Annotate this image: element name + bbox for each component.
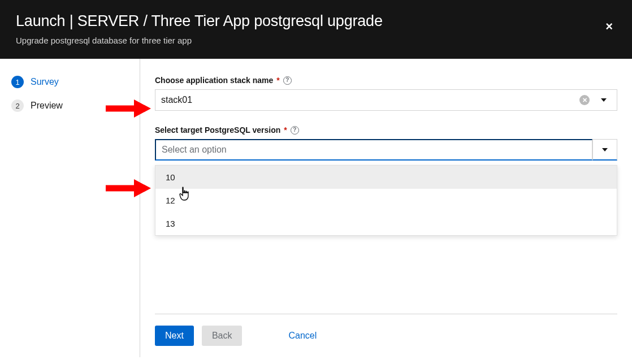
stack-name-input-row[interactable]: ✕ [155, 89, 617, 111]
modal-subtitle: Upgrade postgresql database for three ti… [16, 36, 616, 45]
cancel-button[interactable]: Cancel [278, 326, 327, 346]
wizard-step-preview[interactable]: 2 Preview [11, 99, 128, 112]
clear-input-icon[interactable]: ✕ [579, 95, 590, 105]
wizard-sidebar: 1 Survey 2 Preview [0, 59, 140, 357]
help-icon[interactable]: ? [283, 76, 292, 85]
wizard-step-survey[interactable]: 1 Survey [11, 76, 128, 88]
version-option-12[interactable]: 12 [155, 189, 617, 212]
version-option-13[interactable]: 13 [155, 212, 617, 235]
modal-body: 1 Survey 2 Preview Choose application st… [0, 59, 632, 357]
version-label: Select target PostgreSQL version * ? [155, 125, 617, 135]
required-asterisk: * [276, 76, 279, 85]
required-asterisk: * [284, 125, 287, 135]
version-select-group: Select an option 10 12 13 [155, 139, 617, 161]
chevron-down-icon [601, 98, 607, 102]
version-select-box[interactable]: Select an option [155, 139, 592, 161]
modal-header: Launch | SERVER / Three Tier App postgre… [0, 0, 632, 59]
chevron-down-icon [602, 148, 608, 151]
back-button[interactable]: Back [202, 326, 243, 346]
stack-name-dropdown-toggle[interactable] [596, 94, 611, 106]
form-area: Choose application stack name * ? ✕ Sele… [155, 76, 617, 314]
label-text: Select target PostgreSQL version [155, 125, 280, 135]
modal-title: Launch | SERVER / Three Tier App postgre… [16, 12, 616, 30]
step-number-badge: 2 [11, 99, 24, 112]
step-label: Survey [31, 77, 59, 87]
version-select-row: Select an option [155, 139, 617, 161]
step-label: Preview [31, 101, 63, 111]
help-icon[interactable]: ? [291, 126, 299, 135]
wizard-footer: Next Back Cancel [155, 314, 617, 357]
close-icon[interactable]: × [605, 20, 613, 33]
version-select-toggle[interactable] [592, 139, 617, 161]
next-button[interactable]: Next [155, 326, 194, 346]
stack-name-label: Choose application stack name * ? [155, 76, 617, 85]
version-dropdown: 10 12 13 [155, 165, 617, 236]
stack-name-input[interactable] [161, 95, 579, 105]
main-panel: Choose application stack name * ? ✕ Sele… [140, 59, 632, 357]
label-text: Choose application stack name [155, 76, 273, 85]
version-option-10[interactable]: 10 [155, 166, 617, 189]
step-number-badge: 1 [11, 76, 24, 88]
